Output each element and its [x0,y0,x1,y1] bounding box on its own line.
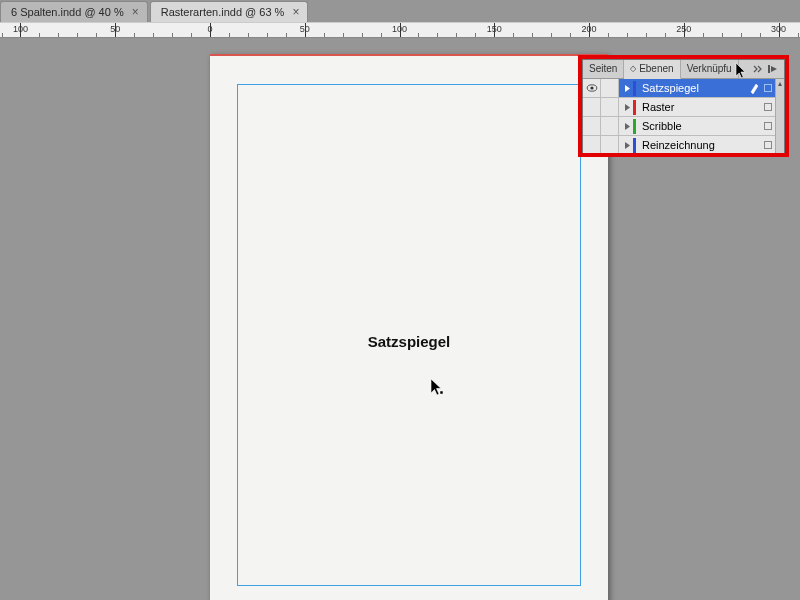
layers-panel: Seiten ◇ Ebenen Verknüpfu SatzspiegelRas… [582,59,785,156]
panel-tab-bar: Seiten ◇ Ebenen Verknüpfu [583,60,784,79]
eye-icon [586,84,598,92]
disclosure-triangle-icon[interactable] [621,122,633,131]
svg-rect-0 [768,65,770,73]
document-page[interactable]: Satzspiegel [210,54,608,600]
close-icon[interactable]: × [132,5,139,19]
layer-color-swatch [633,138,636,153]
svg-point-2 [590,86,593,89]
panel-menu-icon[interactable] [768,63,780,75]
document-tab-bar: 6 Spalten.indd @ 40 % × Rasterarten.indd… [0,0,800,22]
ruler-label: 250 [676,24,691,34]
selection-indicator[interactable] [761,84,775,92]
ruler-label: 50 [110,24,120,34]
visibility-toggle[interactable] [583,79,601,97]
layer-row[interactable]: Satzspiegel [583,79,775,98]
document-tab-label: Rasterarten.indd @ 63 % [161,6,285,18]
layer-row[interactable]: Raster [583,98,775,117]
layer-name-label[interactable]: Raster [640,101,747,113]
selection-indicator[interactable] [761,141,775,149]
layer-color-swatch [633,81,636,96]
disclosure-triangle-icon[interactable] [621,141,633,150]
ruler-label: 150 [487,24,502,34]
scrollbar[interactable]: ▴ [775,79,784,155]
lock-toggle[interactable] [601,98,619,116]
lock-toggle[interactable] [601,117,619,135]
pen-icon [749,82,759,94]
layer-name-label[interactable]: Satzspiegel [640,82,747,94]
lock-toggle[interactable] [601,136,619,154]
layer-color-swatch [633,119,636,134]
document-tab-label: 6 Spalten.indd @ 40 % [11,6,124,18]
visibility-toggle[interactable] [583,98,601,116]
ruler-label: 50 [300,24,310,34]
layer-name-label[interactable]: Reinzeichnung [640,139,747,151]
disclosure-triangle-icon[interactable] [621,103,633,112]
ruler-label: 0 [207,24,212,34]
layer-name-label[interactable]: Scribble [640,120,747,132]
layers-list: SatzspiegelRasterScribbleReinzeichnung [583,79,775,155]
selection-indicator[interactable] [761,122,775,130]
collapse-icon[interactable] [753,63,765,75]
page-content-text: Satzspiegel [210,333,608,350]
layer-row[interactable]: Scribble [583,117,775,136]
document-tab[interactable]: 6 Spalten.indd @ 40 % × [0,1,148,22]
ruler-label: 100 [392,24,407,34]
lock-toggle[interactable] [601,79,619,97]
tab-ebenen[interactable]: ◇ Ebenen [624,60,680,79]
horizontal-ruler[interactable]: 10050050100150200250300 [0,22,800,38]
layer-row[interactable]: Reinzeichnung [583,136,775,155]
tab-seiten[interactable]: Seiten [583,60,624,78]
layer-color-swatch [633,100,636,115]
ruler-label: 200 [582,24,597,34]
close-icon[interactable]: × [292,5,299,19]
visibility-toggle[interactable] [583,136,601,154]
tab-verknuepfungen[interactable]: Verknüpfu [681,60,739,78]
tab-label: Ebenen [639,63,673,74]
ruler-label: 100 [13,24,28,34]
disclosure-triangle-icon[interactable] [621,84,633,93]
visibility-toggle[interactable] [583,117,601,135]
selection-indicator[interactable] [761,103,775,111]
scroll-up-icon[interactable]: ▴ [776,79,784,88]
active-layer-indicator [747,82,761,94]
ruler-label: 300 [771,24,786,34]
document-tab[interactable]: Rasterarten.indd @ 63 % × [150,1,309,22]
